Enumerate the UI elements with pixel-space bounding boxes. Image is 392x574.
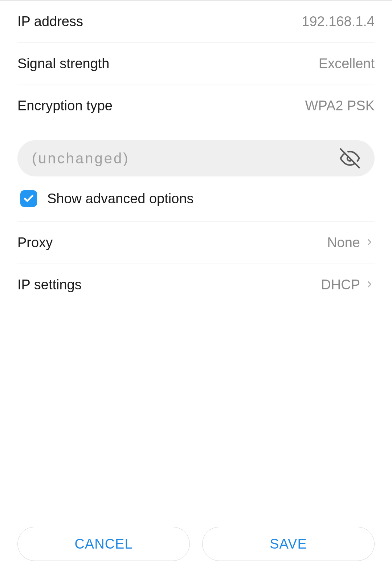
encryption-type-value: WPA2 PSK — [305, 98, 375, 114]
ip-settings-label: IP settings — [17, 277, 82, 293]
password-input[interactable] — [32, 150, 340, 167]
proxy-row[interactable]: Proxy None — [17, 222, 375, 264]
encryption-type-label: Encryption type — [17, 98, 113, 114]
chevron-right-icon — [364, 279, 375, 291]
proxy-label: Proxy — [17, 235, 53, 251]
ip-address-row: IP address 192.168.1.4 — [17, 1, 375, 43]
ip-settings-value: DHCP — [321, 277, 360, 293]
cancel-button[interactable]: CANCEL — [17, 527, 190, 561]
eye-off-icon[interactable] — [340, 148, 360, 168]
chevron-right-icon — [364, 237, 375, 249]
show-advanced-checkbox[interactable] — [20, 190, 37, 207]
button-bar: CANCEL SAVE — [0, 527, 392, 561]
show-advanced-row[interactable]: Show advanced options — [17, 176, 375, 222]
ip-address-label: IP address — [17, 14, 83, 29]
encryption-type-row: Encryption type WPA2 PSK — [17, 85, 375, 127]
signal-strength-row: Signal strength Excellent — [17, 43, 375, 85]
password-field-container[interactable] — [17, 140, 375, 176]
show-advanced-label: Show advanced options — [47, 191, 194, 207]
signal-strength-value: Excellent — [319, 56, 375, 72]
signal-strength-label: Signal strength — [17, 56, 110, 72]
ip-address-value: 192.168.1.4 — [302, 14, 375, 29]
save-button[interactable]: SAVE — [202, 527, 375, 561]
ip-settings-row[interactable]: IP settings DHCP — [17, 264, 375, 306]
proxy-value: None — [327, 235, 360, 251]
